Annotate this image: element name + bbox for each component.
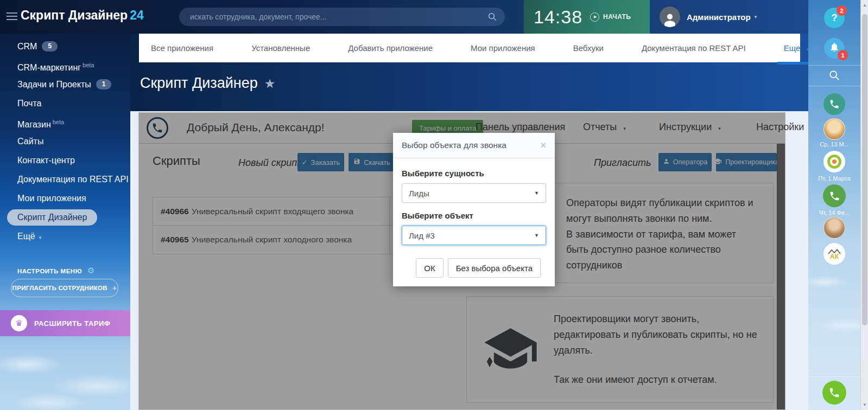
chevron-down-icon: ▼ — [534, 233, 539, 238]
chevron-down-icon: ▾ — [755, 14, 757, 20]
configure-menu-button[interactable]: НАСТРОИТЬ МЕНЮ⚙ — [17, 266, 95, 276]
crm-counter-badge: 5 — [42, 41, 58, 52]
user-menu[interactable]: Администратор ▾ — [660, 7, 757, 27]
notifications-button[interactable]: 1 — [824, 38, 845, 59]
right-sidebar: ? 2 1 Ср, 13 М... Пт, 1 Марта Чт, 14 Фе.… — [808, 0, 860, 410]
start-workday-button[interactable]: ▶ НАЧАТЬ — [590, 12, 631, 22]
chat-avatar[interactable] — [823, 217, 845, 239]
page-title: Скрипт Дизайнер★ — [140, 75, 275, 92]
browser-scrollbar[interactable]: ▲ ▼ — [860, 0, 868, 410]
menu-toggle-icon[interactable] — [7, 12, 17, 22]
upgrade-plan-button[interactable]: ♛ РАСШИРИТЬ ТАРИФ — [0, 310, 130, 336]
main-header-area: Все приложения Установленные Добавить пр… — [130, 34, 808, 111]
sidebar-item-shop[interactable]: Магазинbeta — [0, 113, 130, 132]
tab-installed[interactable]: Установленные — [251, 43, 310, 53]
global-search[interactable] — [179, 8, 505, 26]
tab-rest-api-docs[interactable]: Документация по REST API — [642, 43, 746, 53]
sidebar-item-tasks[interactable]: Задачи и Проекты1 — [0, 75, 130, 94]
sidebar-item-sites[interactable]: Сайты — [0, 132, 130, 151]
call-chat-item[interactable] — [823, 184, 846, 207]
notifications-badge: 1 — [838, 50, 848, 60]
gear-icon: ⚙ — [87, 266, 95, 275]
chevron-down-icon: ▾ — [39, 235, 42, 240]
tab-my-apps[interactable]: Мои приложения — [471, 43, 535, 53]
search-icon[interactable] — [487, 12, 497, 24]
tab-webhooks[interactable]: Вебхуки — [573, 43, 604, 53]
object-select[interactable]: Лид #3 ▼ — [402, 226, 546, 245]
chat-date-label: Ср, 13 М... — [808, 141, 860, 148]
chat-avatar[interactable] — [823, 118, 845, 140]
chat-avatar-company[interactable]: АК — [823, 243, 845, 265]
sidebar-item-rest-api-docs[interactable]: Документация по REST API — [0, 170, 130, 189]
selected-item-pill: Скрипт Дизайнер — [7, 209, 97, 226]
left-sidebar: CRM5 CRM-маркетингbeta Задачи и Проекты1… — [0, 34, 130, 410]
entity-select[interactable]: Лиды ▼ — [402, 183, 546, 203]
scrollbar-thumb[interactable] — [862, 14, 867, 325]
favorite-star-icon[interactable]: ★ — [264, 76, 276, 91]
sidebar-item-my-apps[interactable]: Мои приложения — [0, 189, 130, 208]
avatar-monogram: АК — [830, 253, 839, 260]
chat-date-label: Чт, 14 Фе... — [808, 209, 860, 216]
scroll-up-arrow[interactable]: ▲ — [861, 3, 868, 8]
chat-avatar-logo[interactable] — [823, 151, 845, 172]
sidebar-item-crm-marketing[interactable]: CRM-маркетингbeta — [0, 56, 130, 75]
ok-button[interactable]: ОК — [416, 258, 443, 278]
help-badge: 2 — [837, 5, 847, 16]
user-avatar — [660, 7, 680, 27]
sidebar-search-icon[interactable] — [828, 69, 840, 84]
entity-label: Выберите сущность — [402, 169, 546, 178]
time-tracker-widget[interactable]: 14:38 ▶ НАЧАТЬ — [524, 0, 650, 34]
beta-label: beta — [53, 119, 64, 125]
tasks-counter-badge: 1 — [96, 79, 112, 89]
plus-icon: + — [112, 284, 117, 292]
sidebar-item-script-designer[interactable]: Скрипт Дизайнер — [0, 208, 130, 227]
sidebar-item-mail[interactable]: Почта — [0, 94, 130, 113]
tab-more[interactable]: Еще ▾ — [784, 43, 809, 53]
tab-add-app[interactable]: Добавить приложение — [348, 43, 433, 53]
telephony-button[interactable] — [822, 381, 846, 405]
clock-time: 14:38 — [534, 7, 582, 28]
modal-title: Выбор объекта для звонка — [402, 140, 506, 150]
top-bar: Скрипт Дизайнер24 14:38 ▶ НАЧАТЬ Админис… — [0, 0, 808, 34]
sidebar-menu: CRM5 CRM-маркетингbeta Задачи и Проекты1… — [0, 34, 130, 246]
user-name: Администратор — [687, 12, 751, 22]
chevron-down-icon: ▼ — [534, 190, 539, 196]
tab-all-apps[interactable]: Все приложения — [151, 43, 213, 53]
scroll-down-arrow[interactable]: ▼ — [861, 402, 868, 407]
call-object-modal: Выбор объекта для звонка × Выберите сущн… — [393, 133, 555, 286]
close-icon[interactable]: × — [540, 140, 546, 150]
sidebar-item-crm[interactable]: CRM5 — [0, 37, 130, 56]
play-icon: ▶ — [590, 12, 599, 22]
invite-employees-button[interactable]: ПРИГЛАСИТЬ СОТРУДНИКОВ+ — [11, 279, 118, 297]
skip-object-button[interactable]: Без выбора объекта — [448, 258, 541, 278]
sidebar-item-contact-center[interactable]: Контакт-центр — [0, 151, 130, 170]
chat-date-label: Пт, 1 Марта — [808, 175, 860, 182]
logo-suffix: 24 — [130, 8, 144, 22]
sidebar-item-more[interactable]: Ещё▾ — [0, 227, 130, 246]
crown-icon: ♛ — [11, 315, 27, 331]
call-chat-item[interactable] — [823, 93, 845, 115]
beta-label: beta — [83, 62, 94, 68]
help-button[interactable]: ? 2 — [824, 8, 845, 28]
search-input[interactable] — [179, 8, 505, 26]
object-label: Выберите объект — [402, 211, 546, 220]
app-logo-title[interactable]: Скрипт Дизайнер24 — [21, 8, 144, 23]
apps-tab-bar: Все приложения Установленные Добавить пр… — [139, 34, 800, 62]
